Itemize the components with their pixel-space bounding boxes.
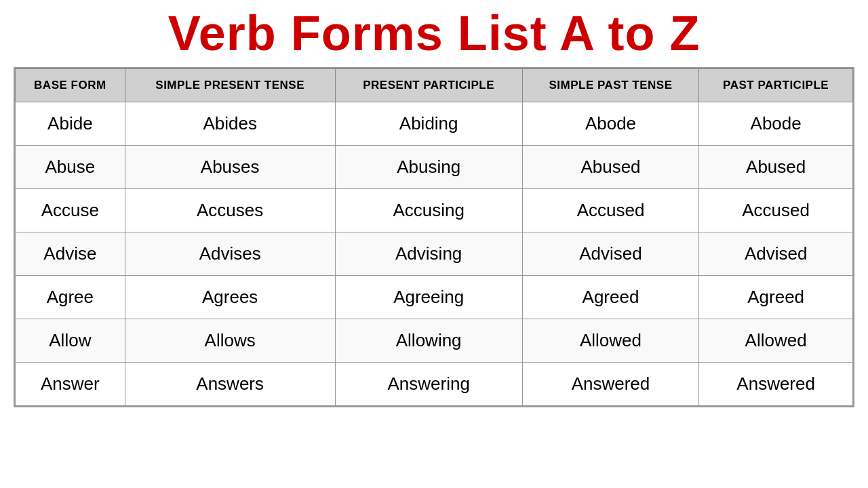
table-cell-r5-c4: Allowed xyxy=(699,319,853,363)
table-cell-r0-c1: Abides xyxy=(125,102,335,146)
table-cell-r2-c0: Accuse xyxy=(16,189,125,232)
table-row: AccuseAccusesAccusingAccusedAccused xyxy=(16,189,853,232)
table-row: AllowAllowsAllowingAllowedAllowed xyxy=(16,319,853,363)
table-cell-r4-c4: Agreed xyxy=(699,276,853,319)
column-header-2: PRESENT PARTICIPLE xyxy=(335,69,522,102)
table-cell-r3-c3: Advised xyxy=(522,232,699,276)
table-cell-r2-c1: Accuses xyxy=(125,189,335,232)
table-row: AbideAbidesAbidingAbodeAbode xyxy=(16,102,853,146)
table-body: AbideAbidesAbidingAbodeAbodeAbuseAbusesA… xyxy=(16,102,853,406)
table-cell-r4-c0: Agree xyxy=(16,276,125,319)
table-row: AbuseAbusesAbusingAbusedAbused xyxy=(16,146,853,189)
table-cell-r6-c1: Answers xyxy=(125,363,335,406)
column-header-0: BASE FORM xyxy=(16,69,125,102)
table-cell-r0-c0: Abide xyxy=(16,102,125,146)
table-cell-r6-c4: Answered xyxy=(699,363,853,406)
table-cell-r1-c2: Abusing xyxy=(335,146,522,189)
table-cell-r5-c2: Allowing xyxy=(335,319,522,363)
table-cell-r0-c4: Abode xyxy=(699,102,853,146)
table-cell-r5-c3: Allowed xyxy=(522,319,699,363)
table-cell-r5-c0: Allow xyxy=(16,319,125,363)
column-header-3: SIMPLE PAST TENSE xyxy=(522,69,699,102)
table-cell-r1-c1: Abuses xyxy=(125,146,335,189)
table-cell-r3-c1: Advises xyxy=(125,232,335,276)
table-cell-r6-c0: Answer xyxy=(16,363,125,406)
table-cell-r2-c4: Accused xyxy=(699,189,853,232)
table-cell-r1-c4: Abused xyxy=(699,146,853,189)
table-cell-r0-c3: Abode xyxy=(522,102,699,146)
column-header-4: PAST PARTICIPLE xyxy=(699,69,853,102)
page-title: Verb Forms List A to Z xyxy=(168,7,701,60)
table-row: AdviseAdvisesAdvisingAdvisedAdvised xyxy=(16,232,853,276)
column-header-1: SIMPLE PRESENT TENSE xyxy=(125,69,335,102)
verb-forms-table: BASE FORMSIMPLE PRESENT TENSEPRESENT PAR… xyxy=(15,68,853,406)
table-cell-r4-c3: Agreed xyxy=(522,276,699,319)
table-cell-r4-c1: Agrees xyxy=(125,276,335,319)
table-cell-r6-c2: Answering xyxy=(335,363,522,406)
table-header-row: BASE FORMSIMPLE PRESENT TENSEPRESENT PAR… xyxy=(16,69,853,102)
table-cell-r2-c2: Accusing xyxy=(335,189,522,232)
table-cell-r0-c2: Abiding xyxy=(335,102,522,146)
table-cell-r3-c0: Advise xyxy=(16,232,125,276)
table-cell-r1-c0: Abuse xyxy=(16,146,125,189)
table-cell-r3-c4: Advised xyxy=(699,232,853,276)
table-cell-r2-c3: Accused xyxy=(522,189,699,232)
table-cell-r4-c2: Agreeing xyxy=(335,276,522,319)
verb-table-container: BASE FORMSIMPLE PRESENT TENSEPRESENT PAR… xyxy=(14,67,854,407)
table-row: AnswerAnswersAnsweringAnsweredAnswered xyxy=(16,363,853,406)
table-row: AgreeAgreesAgreeingAgreedAgreed xyxy=(16,276,853,319)
table-cell-r5-c1: Allows xyxy=(125,319,335,363)
table-cell-r6-c3: Answered xyxy=(522,363,699,406)
table-cell-r1-c3: Abused xyxy=(522,146,699,189)
table-cell-r3-c2: Advising xyxy=(335,232,522,276)
